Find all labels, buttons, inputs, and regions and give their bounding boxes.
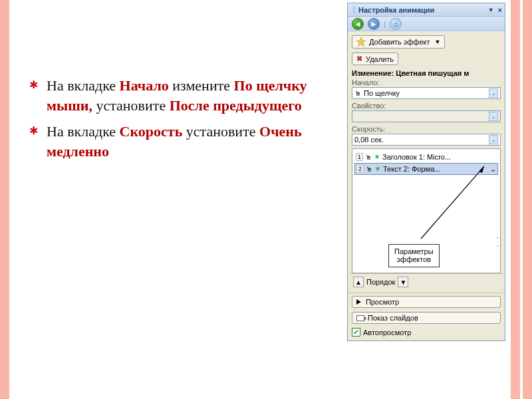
pane-body: Добавить эффект ▼ ✖ Удалить Изменение: Ц… bbox=[348, 31, 505, 293]
pane-titlebar: ⋮ Настройка анимации ▼ × bbox=[348, 3, 505, 17]
speed-value: 0,08 сек. bbox=[354, 136, 384, 144]
effect-type-icon: ✶ bbox=[374, 152, 380, 162]
preview-label: Просмотр bbox=[366, 298, 399, 306]
callout-box: Параметры эффектов bbox=[388, 244, 440, 267]
preview-button[interactable]: Просмотр bbox=[352, 296, 501, 308]
remove-label: Удалить bbox=[366, 55, 394, 63]
svg-line-1 bbox=[421, 166, 484, 239]
pane-title: Настройка анимации bbox=[358, 6, 434, 14]
bullet-2: На вкладке Скорость установите Очень мед… bbox=[29, 122, 329, 161]
autopreview-checkbox[interactable]: ✓ Автопросмотр bbox=[352, 328, 501, 336]
mouse-icon: 🖱 bbox=[354, 90, 361, 97]
item-label: Текст 2: Форма... bbox=[383, 165, 440, 173]
speed-dropdown[interactable]: 0,08 сек. ⌄ bbox=[352, 134, 501, 146]
item-menu-caret[interactable]: ⌄ bbox=[490, 165, 496, 174]
mouse-icon: 🖱 bbox=[366, 166, 372, 173]
pane-close-button[interactable]: × bbox=[498, 6, 502, 14]
play-icon bbox=[356, 299, 361, 305]
text: установите bbox=[182, 123, 259, 140]
delete-icon: ✖ bbox=[356, 55, 362, 63]
mouse-icon: 🖱 bbox=[365, 154, 372, 161]
nav-back-button[interactable]: ◄ bbox=[352, 18, 364, 30]
start-value: По щелчку bbox=[364, 89, 400, 97]
start-label: Начало: bbox=[352, 78, 501, 86]
callout-line1: Параметры bbox=[394, 247, 434, 256]
remove-effect-button[interactable]: ✖ Удалить bbox=[352, 53, 398, 65]
order-up-button[interactable]: ▲ bbox=[353, 277, 364, 287]
chevron-down-icon: ˇ bbox=[497, 245, 499, 253]
bullet-1: На вкладке Начало измените По щелчку мыш… bbox=[29, 76, 329, 115]
slide-content: На вкладке Начало измените По щелчку мыш… bbox=[29, 9, 329, 168]
grip-icon: ⋮ bbox=[350, 5, 354, 14]
effect-list-item-selected[interactable]: 2 🖱 ✶ Текст 2: Форма... ⌄ bbox=[354, 163, 498, 175]
star-add-icon bbox=[356, 37, 366, 47]
slideshow-label: Показ слайдов bbox=[368, 314, 418, 322]
animation-task-pane: ⋮ Настройка анимации ▼ × ◄ ► | ⌂ Добавит… bbox=[347, 3, 505, 341]
checkbox-checked-icon: ✓ bbox=[352, 328, 360, 336]
chevron-up-icon: ˆ bbox=[497, 237, 499, 244]
add-effect-button[interactable]: Добавить эффект ▼ bbox=[352, 35, 445, 49]
effect-list-item[interactable]: 1 🖱 ✶ Заголовок 1: Micro... bbox=[354, 151, 498, 163]
order-down-button[interactable]: ▼ bbox=[398, 277, 408, 287]
keyword-start: Начало bbox=[120, 77, 169, 94]
pane-menu-caret[interactable]: ▼ bbox=[488, 7, 494, 13]
callout-line2: эффектов bbox=[394, 255, 434, 264]
order-row: ▲ Порядок ▼ bbox=[349, 273, 503, 290]
effect-list: 1 🖱 ✶ Заголовок 1: Micro... 2 🖱 ✶ Текст … bbox=[352, 148, 501, 273]
pane-footer: Просмотр Показ слайдов ✓ Автопросмотр bbox=[348, 293, 505, 340]
item-index: 2 bbox=[356, 165, 364, 173]
text: измените bbox=[169, 77, 234, 94]
pane-nav: ◄ ► | ⌂ bbox=[348, 17, 505, 31]
speed-label: Скорость: bbox=[352, 125, 501, 133]
decor-bar-right bbox=[523, 0, 532, 399]
autopreview-label: Автопросмотр bbox=[363, 329, 411, 336]
start-dropdown[interactable]: 🖱 По щелчку ⌄ bbox=[352, 87, 501, 99]
decor-bar-right-inner bbox=[511, 0, 520, 399]
keyword-speed: Скорость bbox=[120, 123, 183, 140]
chevron-down-icon[interactable]: ⌄ bbox=[489, 88, 498, 98]
add-effect-label: Добавить эффект bbox=[369, 38, 430, 46]
text: установите bbox=[92, 97, 170, 114]
chevron-down-icon[interactable]: ⌄ bbox=[489, 135, 498, 144]
text: На вкладке bbox=[47, 123, 120, 140]
chevron-down-icon: ⌄ bbox=[489, 112, 498, 121]
item-index: 1 bbox=[356, 153, 363, 161]
nav-forward-button[interactable]: ► bbox=[368, 18, 380, 30]
text: На вкладке bbox=[47, 77, 120, 94]
nav-home-button[interactable]: ⌂ bbox=[390, 18, 402, 30]
projector-icon bbox=[356, 315, 364, 321]
property-dropdown: ⌄ bbox=[352, 110, 501, 122]
change-section-label: Изменение: Цветная пишущая м bbox=[352, 69, 501, 77]
property-label: Свойство: bbox=[352, 102, 501, 110]
slideshow-button[interactable]: Показ слайдов bbox=[352, 312, 501, 324]
list-scroll-indicator: ˆ ˇ bbox=[497, 237, 499, 253]
chevron-down-icon: ▼ bbox=[434, 39, 440, 45]
item-label: Заголовок 1: Micro... bbox=[382, 153, 451, 161]
effect-type-icon: ✶ bbox=[374, 164, 381, 174]
decor-bar-left bbox=[0, 0, 9, 399]
keyword-afterprev: После предыдущего bbox=[170, 97, 302, 114]
order-label: Порядок bbox=[366, 278, 395, 286]
svg-marker-0 bbox=[356, 37, 366, 47]
